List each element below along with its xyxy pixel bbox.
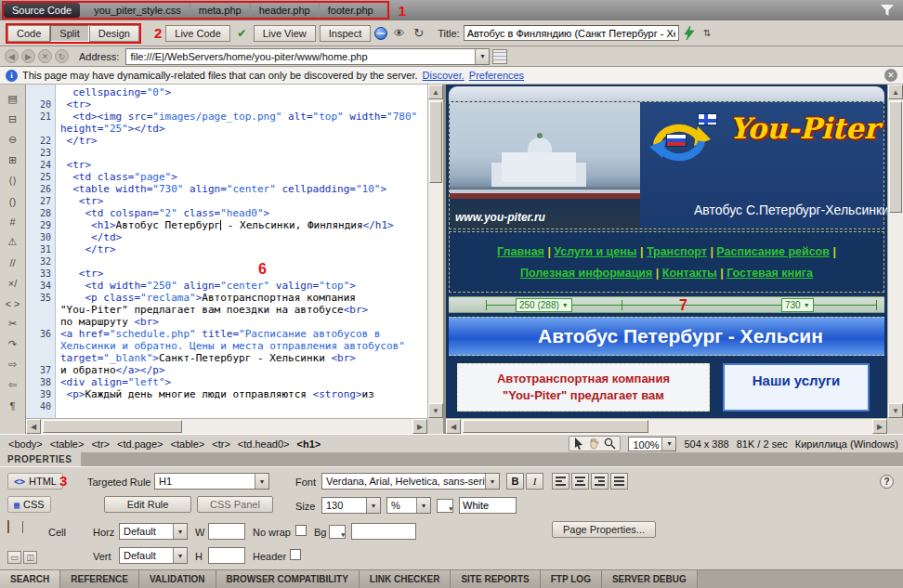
back-icon[interactable]: ◀	[5, 49, 19, 63]
merge-cells-icon[interactable]: ▭	[7, 551, 21, 564]
split-cell-icon[interactable]: ◫	[23, 551, 37, 564]
code-horizontal-scrollbar[interactable]: ◀ ▶	[26, 418, 427, 434]
code-line[interactable]	[60, 400, 427, 412]
column-width-menu-left[interactable]: 250 (288)▼	[516, 298, 572, 312]
scroll-down-icon[interactable]: ▼	[428, 403, 443, 418]
code-line[interactable]: по маршруту <br>	[60, 316, 427, 328]
refresh-design-view-icon[interactable]: ↻	[411, 26, 426, 41]
size-arrow-icon[interactable]: ▾	[366, 498, 380, 513]
font-combo[interactable]: Verdana, Arial, Helvetica, sans-serif ▾	[321, 473, 500, 490]
related-file-header[interactable]: header.php	[251, 3, 320, 18]
expand-all-icon[interactable]: ⊞	[3, 150, 22, 170]
select-parent-tag-icon[interactable]: ⟨⟩	[3, 171, 22, 190]
css-panel-button[interactable]: CSS Panel	[197, 496, 273, 513]
bold-button[interactable]: B	[506, 473, 524, 490]
address-options-icon[interactable]	[492, 49, 507, 64]
code-line[interactable]: <div align="left">	[60, 376, 427, 388]
nav-link-услуги-и-цены[interactable]: Услуги и цены	[554, 245, 636, 258]
align-right-button[interactable]	[591, 473, 609, 490]
code-line[interactable]: <h1>Автобус Петербург - Хельсинки, Финля…	[60, 219, 427, 231]
targeted-rule-combo[interactable]: H1 ▾	[154, 473, 269, 490]
tag-selector-item[interactable]: <tr>	[87, 438, 113, 450]
align-justify-button[interactable]	[610, 473, 628, 490]
code-line[interactable]: </tr>	[60, 135, 427, 147]
code-lines[interactable]: cellspacing="0"> <tr> <td><img src="imag…	[57, 85, 427, 418]
cell-height-input[interactable]	[208, 547, 245, 564]
preferences-link[interactable]: Preferences	[469, 70, 524, 81]
html-mode-button[interactable]: <> HTML	[7, 473, 63, 490]
apply-comment-icon[interactable]: //	[3, 253, 22, 272]
nav-link-главная[interactable]: Главная	[497, 245, 544, 258]
related-file-stylesheet[interactable]: you_piter_style.css	[85, 3, 190, 18]
inspect-button[interactable]: Inspect	[320, 25, 371, 42]
design-vertical-scrollbar[interactable]: ▲ ▼	[887, 85, 903, 418]
code-line[interactable]: <td class="page">	[60, 171, 427, 183]
tag-selector-item[interactable]: <td.head0>	[234, 438, 294, 450]
code-line[interactable]: cellspacing="0">	[60, 86, 427, 98]
line-numbers-icon[interactable]: #	[3, 212, 22, 231]
table-width-menu-right[interactable]: 730▼	[781, 298, 814, 312]
code-line[interactable]	[60, 147, 427, 159]
panel-tab-browser-compatibility[interactable]: BROWSER COMPATIBILITY	[216, 570, 360, 588]
zoom-dropdown-arrow-icon[interactable]: ▾	[661, 438, 675, 451]
code-line[interactable]: <tr>	[60, 98, 427, 111]
code-line[interactable]: <tr>	[60, 195, 427, 207]
code-line[interactable]: height="25"></td>	[60, 123, 427, 135]
code-line[interactable]: и обратно</a></p>	[60, 364, 427, 376]
code-line[interactable]: target="_blank">Санкт-Петербург - Хельси…	[60, 352, 427, 364]
nav-link-расписание-рейсов[interactable]: Расписание рейсов	[716, 245, 830, 258]
code-view-pane[interactable]: 2021222324252627282930313233343536373839…	[26, 85, 443, 434]
collapse-selection-icon[interactable]: ⊖	[3, 130, 22, 150]
horz-combo[interactable]: Default ▾	[119, 523, 188, 540]
bg-color-swatch[interactable]: ▾	[329, 525, 346, 539]
preview-in-browser-globe-icon[interactable]	[374, 27, 387, 40]
move-css-icon[interactable]: ↷	[3, 334, 22, 354]
highlight-invalid-code-icon[interactable]: ⚠	[3, 232, 22, 252]
align-left-button[interactable]	[552, 473, 569, 490]
panel-tab-validation[interactable]: VALIDATION	[139, 570, 216, 588]
scroll-up-icon[interactable]: ▲	[428, 85, 443, 99]
tag-selector-item[interactable]: <table>	[167, 438, 209, 450]
discover-link[interactable]: Discover.	[423, 70, 465, 81]
code-line[interactable]: <p class="reclama">Автотранспортная комп…	[60, 292, 427, 304]
address-dropdown-arrow-icon[interactable]: ▾	[475, 49, 489, 64]
align-center-button[interactable]	[571, 473, 589, 490]
panel-tab-search[interactable]: SEARCH	[0, 570, 60, 588]
scroll-right-icon[interactable]: ▶	[412, 419, 427, 434]
code-line[interactable]: Хельсинки и обратно. Цены и места отправ…	[60, 340, 427, 352]
tag-selector-item[interactable]: <body>	[5, 438, 46, 450]
italic-button[interactable]: I	[526, 473, 543, 490]
panel-tab-server-debug[interactable]: SERVER DEBUG	[602, 570, 698, 588]
nav-link-полезная-информация[interactable]: Полезная информация	[520, 267, 652, 280]
address-combo[interactable]: file:///E|/WebServers/home/you-piter/www…	[125, 48, 490, 65]
vert-arrow-icon[interactable]: ▾	[173, 548, 187, 563]
outdent-code-icon[interactable]: ⇦	[3, 375, 22, 395]
no-wrap-checkbox[interactable]	[295, 525, 307, 536]
tag-selector-item[interactable]: <table>	[46, 438, 88, 450]
code-line[interactable]: <a href="schedule.php" title="Расписание…	[60, 328, 427, 340]
properties-panel-tab[interactable]: PROPERTIES	[0, 452, 81, 466]
design-scroll-up-icon[interactable]: ▲	[888, 85, 903, 99]
size-unit-arrow-icon[interactable]: ▾	[416, 498, 430, 513]
remove-comment-icon[interactable]: ×/	[3, 273, 22, 293]
code-hscroll-thumb[interactable]	[43, 420, 182, 433]
code-line[interactable]: <td width="250" align="center" valign="t…	[60, 280, 427, 292]
site-left-cell[interactable]: Автотранспортная компания "You-Piter" пр…	[457, 363, 710, 412]
split-view-button[interactable]: Split	[50, 25, 88, 42]
code-line[interactable]: <tr>	[60, 159, 427, 171]
recent-snippets-icon[interactable]: ✂	[3, 314, 22, 333]
header-checkbox[interactable]	[290, 549, 301, 560]
code-line[interactable]: </td>	[60, 231, 427, 243]
indent-code-icon[interactable]: ⇨	[3, 355, 22, 374]
tag-selector-item[interactable]: <h1>	[294, 438, 325, 450]
code-vscroll-thumb[interactable]	[429, 101, 442, 183]
balance-braces-icon[interactable]: ()	[3, 191, 22, 211]
text-color-input[interactable]	[459, 497, 517, 514]
format-source-code-icon[interactable]: ¶	[3, 396, 22, 415]
zoom-tool-icon[interactable]	[604, 438, 616, 450]
refresh-page-icon[interactable]: ↻	[55, 49, 69, 63]
help-icon[interactable]: ?	[880, 475, 894, 489]
hand-tool-icon[interactable]	[588, 438, 600, 450]
wrap-tag-icon[interactable]: < >	[3, 294, 22, 313]
related-file-footer[interactable]: footer.php	[320, 3, 382, 18]
